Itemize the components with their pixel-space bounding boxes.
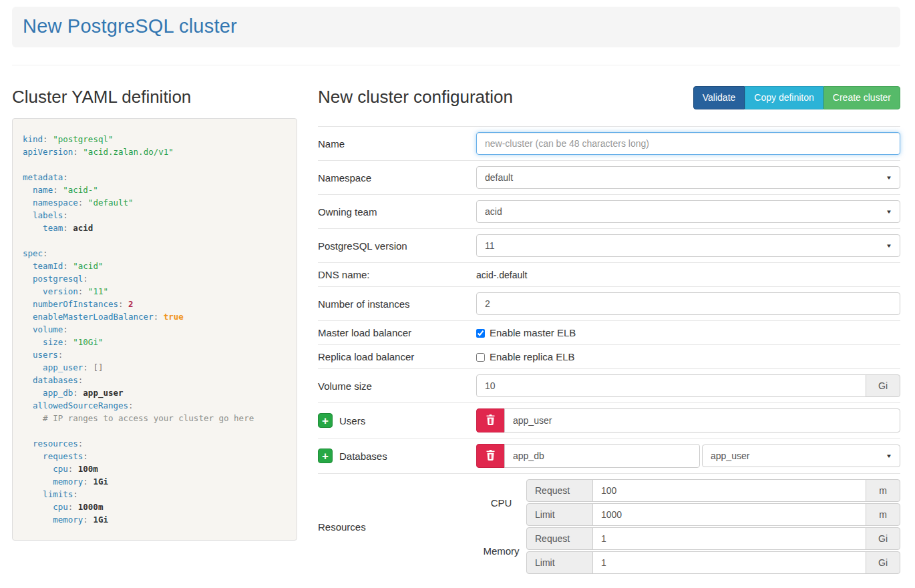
pg-version-label: PostgreSQL version xyxy=(318,240,476,252)
page: New PostgreSQL cluster Cluster YAML defi… xyxy=(0,0,915,588)
database-owner-select[interactable]: app_user ▼ xyxy=(702,445,900,467)
form-row-dns-name: DNS name: acid-.default xyxy=(318,262,900,286)
form-row-master-lb: Master load balancer Enable master ELB xyxy=(318,320,900,344)
memory-request-addon: Request xyxy=(526,527,593,550)
config-panel: New cluster configuration Validate Copy … xyxy=(318,77,900,579)
master-elb-checkbox[interactable] xyxy=(476,329,485,338)
memory-request-unit-addon: Gi xyxy=(866,527,900,550)
chevron-down-icon: ▼ xyxy=(886,209,892,215)
master-elb-checkbox-label: Enable master ELB xyxy=(490,327,576,338)
databases-label: Databases xyxy=(339,451,387,462)
form-row-pg-version: PostgreSQL version 11 ▼ xyxy=(318,228,900,262)
name-label: Name xyxy=(318,138,476,150)
master-lb-label: Master load balancer xyxy=(318,327,476,338)
replica-elb-checkbox-label: Enable replica ELB xyxy=(490,351,575,362)
replica-elb-checkbox[interactable] xyxy=(476,353,485,362)
page-title: New PostgreSQL cluster xyxy=(23,15,890,37)
add-database-button[interactable]: + xyxy=(318,449,333,463)
owning-team-label: Owning team xyxy=(318,206,476,218)
memory-limit-addon: Limit xyxy=(526,551,593,574)
yaml-panel: Cluster YAML definition kind: "postgresq… xyxy=(12,77,297,579)
database-name-input[interactable] xyxy=(504,444,700,468)
form-row-namespace: Namespace default ▼ xyxy=(318,160,900,194)
dns-name-value: acid-.default xyxy=(476,270,527,280)
memory-request-input[interactable] xyxy=(592,527,866,550)
form-row-databases: + Databases xyxy=(318,438,900,473)
plus-icon: + xyxy=(322,451,329,462)
cpu-limit-input[interactable] xyxy=(592,503,866,526)
namespace-label: Namespace xyxy=(318,172,476,184)
form-row-name: Name xyxy=(318,126,900,160)
config-panel-title: New cluster configuration xyxy=(318,87,513,107)
form-row-volume: Volume size Gi xyxy=(318,368,900,402)
yaml-code: kind: "postgresql"apiVersion: "acid.zala… xyxy=(12,118,297,541)
memory-resources-section: Memory Request Gi Limit xyxy=(476,527,900,574)
header-divider xyxy=(12,65,900,65)
cpu-request-input[interactable] xyxy=(592,479,866,502)
owning-team-select[interactable]: acid ▼ xyxy=(476,200,900,223)
pg-version-select-value: 11 xyxy=(485,240,495,251)
namespace-select-value: default xyxy=(485,172,513,183)
copy-definition-button[interactable]: Copy definiton xyxy=(745,86,824,110)
cpu-request-addon: Request xyxy=(526,479,593,502)
form-row-replica-lb: Replica load balancer Enable replica ELB xyxy=(318,344,900,368)
action-button-group: Validate Copy definiton Create cluster xyxy=(693,86,900,110)
cluster-form: Name Namespace default ▼ xyxy=(318,126,900,579)
user-name-input[interactable] xyxy=(504,408,900,432)
chevron-down-icon: ▼ xyxy=(886,243,892,249)
page-header: New PostgreSQL cluster xyxy=(12,7,900,47)
cpu-limit-addon: Limit xyxy=(526,503,593,526)
memory-limit-unit-addon: Gi xyxy=(866,551,900,574)
plus-icon: + xyxy=(322,415,329,426)
volume-label: Volume size xyxy=(318,380,476,392)
owning-team-select-value: acid xyxy=(485,206,502,217)
chevron-down-icon: ▼ xyxy=(886,453,892,459)
dns-name-label: DNS name: xyxy=(318,269,476,280)
cpu-resources-section: CPU Request m Limit xyxy=(476,479,900,526)
memory-limit-input[interactable] xyxy=(592,551,866,574)
cpu-limit-unit-addon: m xyxy=(866,503,900,526)
delete-user-button[interactable] xyxy=(476,408,505,432)
pg-version-select[interactable]: 11 ▼ xyxy=(476,234,900,257)
name-input[interactable] xyxy=(476,132,900,155)
chevron-down-icon: ▼ xyxy=(886,175,892,181)
replica-lb-label: Replica load balancer xyxy=(318,351,476,362)
form-row-resources: Resources CPU Request m xyxy=(318,473,900,579)
volume-size-input[interactable] xyxy=(476,374,866,397)
instances-label: Number of instances xyxy=(318,298,476,310)
cpu-label: CPU xyxy=(476,497,526,509)
add-user-button[interactable]: + xyxy=(318,413,333,428)
form-row-users: + Users xyxy=(318,402,900,438)
database-owner-select-value: app_user xyxy=(711,451,749,461)
cpu-request-unit-addon: m xyxy=(866,479,900,502)
instances-input[interactable] xyxy=(476,292,900,315)
validate-button[interactable]: Validate xyxy=(693,86,745,110)
create-cluster-button[interactable]: Create cluster xyxy=(824,86,900,110)
form-row-instances: Number of instances xyxy=(318,286,900,320)
trash-icon xyxy=(486,450,496,463)
namespace-select[interactable]: default ▼ xyxy=(476,166,900,189)
form-row-owning-team: Owning team acid ▼ xyxy=(318,194,900,228)
memory-label: Memory xyxy=(476,545,526,557)
yaml-panel-title: Cluster YAML definition xyxy=(12,87,297,107)
trash-icon xyxy=(486,414,496,427)
volume-unit-addon: Gi xyxy=(866,374,900,397)
delete-database-button[interactable] xyxy=(476,444,505,468)
users-label: Users xyxy=(339,415,365,426)
resources-label: Resources xyxy=(318,521,476,533)
